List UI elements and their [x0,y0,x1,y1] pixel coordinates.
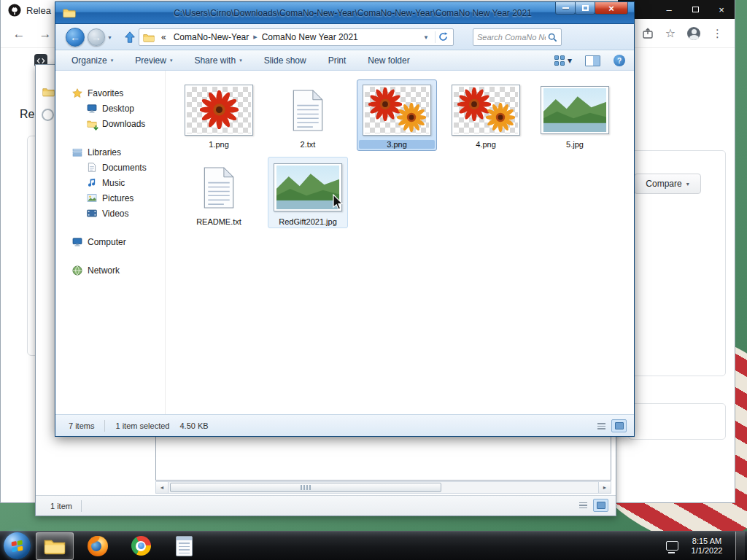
sidebar-item-documents[interactable]: Documents [55,160,165,175]
change-view-button[interactable]: ▾ [554,55,572,66]
details-view-button[interactable] [576,499,591,512]
picture-icon [86,192,97,203]
views-grid-icon [554,55,565,66]
browser-menu-icon[interactable]: ⋮ [712,27,723,40]
sidebar-label: Libraries [88,147,121,158]
sidebar-item-libraries[interactable]: Libraries [55,144,165,160]
input-method-icon[interactable] [666,541,678,551]
scrollbar-thumb[interactable] [170,483,441,492]
up-button[interactable] [123,30,137,44]
sidebar-item-downloads[interactable]: Downloads [55,116,165,131]
organize-label: Organize [71,55,107,66]
close-button[interactable]: × [595,2,628,15]
thumbnail-view-button[interactable] [611,419,627,432]
sidebar-item-pictures[interactable]: Pictures [55,190,165,206]
window-title: C:\Users\Cirno\Downloads\ComaNo-New-Year… [76,8,630,18]
sidebar-item-computer[interactable]: Computer [55,234,165,249]
browser-maximize-button[interactable] [682,0,708,19]
file-tile-3png-selected[interactable]: 3.png [357,79,437,151]
slide-show-button[interactable]: Slide show [264,55,306,66]
horizontal-scrollbar[interactable]: ◄ ► [155,481,611,494]
taskbar-notepad-button[interactable] [165,532,203,560]
start-button[interactable] [4,532,31,559]
pane-right [593,56,600,66]
file-thumbnail [448,82,524,138]
minimize-button[interactable] [555,2,576,15]
search-input[interactable] [477,33,546,42]
command-bar: Organize ▾ Preview ▾ Share with ▾ Slide … [55,50,634,71]
sidebar-item-network[interactable]: Network [55,262,165,278]
browser-tab-title[interactable]: Relea [26,5,51,16]
back-button[interactable]: ← [66,28,85,47]
sidebar-label: Favorites [88,88,123,98]
preview-menu[interactable]: Preview ▾ [135,55,172,66]
caret-down-icon: ▾ [111,58,114,63]
back-button-partial[interactable] [42,109,54,121]
file-name: 2.txt [270,140,346,149]
browser-minimize-button[interactable]: – [656,0,682,19]
address-dropdown-icon[interactable]: ▼ [419,34,433,41]
compare-button[interactable]: Compare ▾ [634,174,701,194]
file-tile-4png[interactable]: 4.png [446,79,526,151]
browser-back-button[interactable]: ← [11,27,27,42]
taskbar-firefox-button[interactable] [79,532,117,560]
maximize-button[interactable] [575,2,595,15]
windows-logo-icon [12,540,23,551]
history-dropdown-icon[interactable]: ▼ [107,35,112,40]
divider [81,500,82,512]
sidebar-item-desktop[interactable]: Desktop [55,101,165,116]
new-folder-button[interactable]: New folder [368,55,409,66]
file-tile-redgift[interactable]: RedGift2021.jpg [268,157,348,228]
file-name: RedGift2021.jpg [270,217,346,226]
sidebar-item-favorites[interactable]: Favorites [55,85,165,101]
file-thumbnail [181,82,257,138]
file-tile-readme[interactable]: README.txt [179,157,259,228]
share-icon[interactable] [642,28,654,39]
file-tile-2txt[interactable]: 2.txt [268,79,348,151]
file-tile-1png[interactable]: 1.png [179,79,259,151]
bookmark-star-icon[interactable]: ☆ [665,26,676,40]
scroll-left-button[interactable]: ◄ [156,482,169,493]
profile-avatar[interactable] [687,27,700,40]
explorer-titlebar[interactable]: C:\Users\Cirno\Downloads\ComaNo-New-Year… [55,2,634,24]
selection-size: 4.50 KB [179,421,208,430]
divider [104,420,105,432]
search-box[interactable] [473,28,562,46]
navigation-pane: Favorites Desktop Downloads Libraries Do… [55,71,166,414]
sidebar-item-music[interactable]: Music [55,175,165,190]
file-name: 5.jpg [537,140,613,149]
taskbar-chrome-button[interactable] [122,532,160,560]
taskbar-clock[interactable]: 8:15 AM 1/1/2022 [686,537,728,556]
print-button[interactable]: Print [328,55,347,66]
star-icon [71,88,82,98]
file-name: 3.png [359,140,435,149]
forward-button[interactable]: → [88,28,105,46]
breadcrumb-item[interactable]: ComaNo New Year 2021 [258,32,362,42]
share-with-menu[interactable]: Share with ▾ [194,55,241,66]
preview-pane-button[interactable] [585,55,600,66]
print-label: Print [328,55,347,66]
thumbnail-view-button[interactable] [593,499,608,512]
system-tray: 8:15 AM 1/1/2022 [666,532,747,560]
scroll-right-button[interactable]: ► [598,482,611,493]
sidebar-item-videos[interactable]: Videos [55,206,165,221]
sidebar-label: Videos [102,209,128,219]
sidebar-label: Desktop [102,104,134,114]
explorer-folder-icon [44,537,66,555]
network-globe-icon [71,265,82,276]
file-list-area[interactable]: 1.png 2.txt 3.png [166,71,634,414]
help-button[interactable]: ? [614,55,625,66]
search-icon[interactable] [548,33,557,42]
details-view-button[interactable] [594,419,609,432]
show-desktop-button[interactable] [735,532,745,560]
browser-forward-button[interactable]: → [37,27,53,42]
refresh-icon[interactable] [438,31,449,43]
taskbar-explorer-button[interactable] [36,532,74,560]
address-bar[interactable]: « ComaNo-New-Year ▶ ComaNo New Year 2021… [139,28,454,46]
browser-close-button[interactable]: × [708,0,735,19]
file-tile-5jpg[interactable]: 5.jpg [535,79,615,151]
breadcrumb-item[interactable]: ComaNo-New-Year [170,32,253,42]
organize-menu[interactable]: Organize ▾ [71,55,113,66]
maximize-icon [582,5,589,11]
breadcrumb-overflow[interactable]: « [158,32,170,42]
